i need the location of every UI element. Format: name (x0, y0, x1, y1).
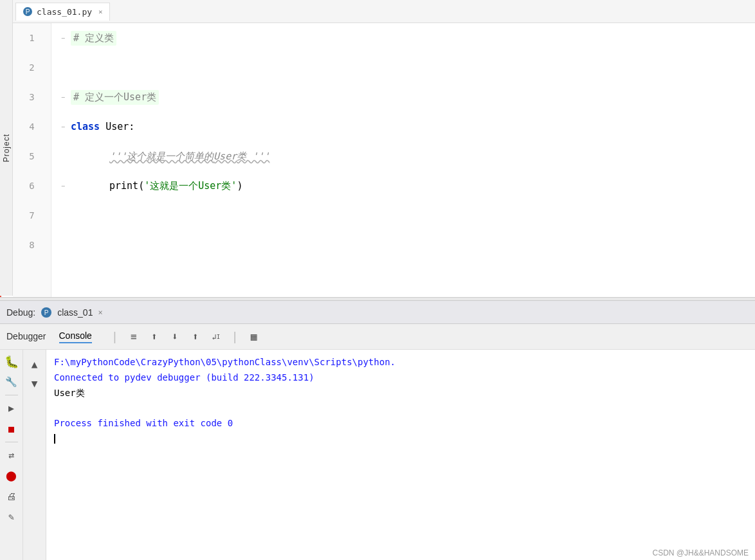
toolbar-btn-step[interactable]: ↲I (207, 328, 225, 346)
console-cursor-line (54, 431, 747, 447)
code-line-6: − print('这就是一个User类') (58, 171, 755, 201)
debug-python-icon: P (41, 307, 52, 318)
toolbar-btn-down[interactable]: ⬇ (166, 328, 184, 346)
tab-bar: P class_01.py × (13, 0, 755, 23)
tab-debugger[interactable]: Debugger (6, 331, 46, 343)
svg-text:P: P (44, 309, 49, 316)
toolbar-sep-1: | (111, 330, 118, 343)
code-line-1: − # 定义类 (58, 23, 755, 53)
toolbar-btn-menu[interactable]: ≡ (125, 328, 143, 346)
tab-close-button[interactable]: × (98, 8, 103, 16)
debug-icon-bug[interactable]: 🐛 (3, 352, 21, 370)
code-line-3: − # 定义一个User类 (58, 82, 755, 112)
code-line-6-text: print('这就是一个User类') (109, 180, 242, 192)
tab-console[interactable]: Console (59, 330, 92, 343)
code-line-8: − (58, 230, 755, 260)
code-content: 1 2 3 4 5 6 7 8 − # 定义类 − − (13, 23, 755, 297)
fold-marker-3[interactable]: − (58, 92, 68, 102)
code-line-5: − '''这个就是一个简单的User类 ''' (58, 141, 755, 171)
code-lines-area[interactable]: − # 定义类 − − # 定义一个User类 − class (51, 23, 755, 297)
line-num-8: 8 (13, 230, 51, 260)
fold-marker-1[interactable]: − (58, 33, 68, 43)
debug-icon-print[interactable]: 🖨 (3, 487, 21, 505)
project-sidebar: Project (0, 0, 13, 296)
line-numbers: 1 2 3 4 5 6 7 8 (13, 23, 51, 297)
debug-label: Debug: (6, 307, 35, 318)
toolbar-btn-up[interactable]: ⬆ (145, 328, 163, 346)
debug-session-name: class_01 (57, 307, 93, 318)
fold-marker-6[interactable]: − (58, 181, 68, 191)
debug-icon-step-over[interactable]: ⇄ (3, 446, 21, 464)
line-num-1: 1 (13, 23, 51, 53)
toolbar-btn-resume[interactable]: ⬆ (186, 328, 205, 346)
debug-icon-sep-1 (5, 395, 18, 395)
code-line-4-text: class User: (71, 121, 134, 132)
nav-icon-panel: ▲ ▼ (23, 350, 46, 560)
debug-body: 🐛 🔧 ▶ ■ ⇄ ⬤ 🖨 ✎ ▲ ▼ F:\myPythonCode\Craz (0, 350, 755, 560)
project-label: Project (2, 134, 11, 162)
line-num-2: 2 (13, 53, 51, 82)
console-cursor (54, 434, 55, 444)
nav-btn-down[interactable]: ▼ (26, 374, 44, 392)
nav-btn-up[interactable]: ▲ (26, 355, 44, 373)
debug-tabs: Debugger Console (6, 330, 92, 343)
code-line-7: − (58, 201, 755, 230)
toolbar-sep-2: | (232, 330, 239, 343)
console-line-3: User类 (54, 386, 747, 401)
console-output: F:\myPythonCode\CrazyPython\05\pythonCla… (46, 350, 755, 560)
line-num-5: 5 (13, 141, 51, 171)
debug-toolbar: Debugger Console | ≡ ⬆ ⬇ ⬆ ↲I | ▦ (0, 324, 755, 350)
code-line-1-text: # 定义类 (71, 31, 116, 46)
code-line-3-text: # 定义一个User类 (71, 90, 159, 105)
line-num-6: 6 (13, 171, 51, 201)
debug-icon-play[interactable]: ▶ (3, 399, 21, 417)
file-tab[interactable]: P class_01.py × (15, 3, 110, 21)
fold-marker-4[interactable]: − (58, 122, 68, 132)
line-num-4: 4 (13, 112, 51, 141)
console-line-2: Connected to pydev debugger (build 222.3… (54, 370, 747, 386)
console-line-4 (54, 401, 747, 416)
toolbar-btn-table[interactable]: ▦ (245, 328, 263, 346)
debug-icon-sep-2 (5, 442, 18, 442)
debug-panel: Debug: P class_01 × Debugger Console | ≡… (0, 301, 755, 560)
debug-icon-wrench[interactable]: 🔧 (3, 373, 21, 391)
editor-area: P class_01.py × 1 2 3 4 5 6 7 8 − # 定义类 (13, 0, 755, 297)
debug-icon-panel: 🐛 🔧 ▶ ■ ⇄ ⬤ 🖨 ✎ (0, 350, 23, 560)
debug-header: Debug: P class_01 × (0, 301, 755, 324)
svg-text:P: P (26, 8, 30, 15)
console-line-1: F:\myPythonCode\CrazyPython\05\pythonCla… (54, 355, 747, 370)
line-num-3: 3 (13, 82, 51, 112)
debug-icon-edit[interactable]: ✎ (3, 508, 21, 526)
code-line-2: − (58, 53, 755, 82)
console-line-5: Process finished with exit code 0 (54, 416, 747, 431)
debug-icon-stop[interactable]: ■ (3, 420, 21, 438)
python-file-icon: P (23, 6, 33, 17)
debug-icon-step-into[interactable]: ⬤ (3, 467, 21, 485)
code-line-5-text: '''这个就是一个简单的User类 ''' (109, 150, 269, 163)
code-line-4: − class User: (58, 112, 755, 141)
watermark: CSDN @JH&&HANDSOME (652, 548, 749, 557)
tab-filename: class_01.py (37, 7, 92, 17)
line-num-7: 7 (13, 201, 51, 230)
debug-session-close[interactable]: × (98, 308, 102, 317)
